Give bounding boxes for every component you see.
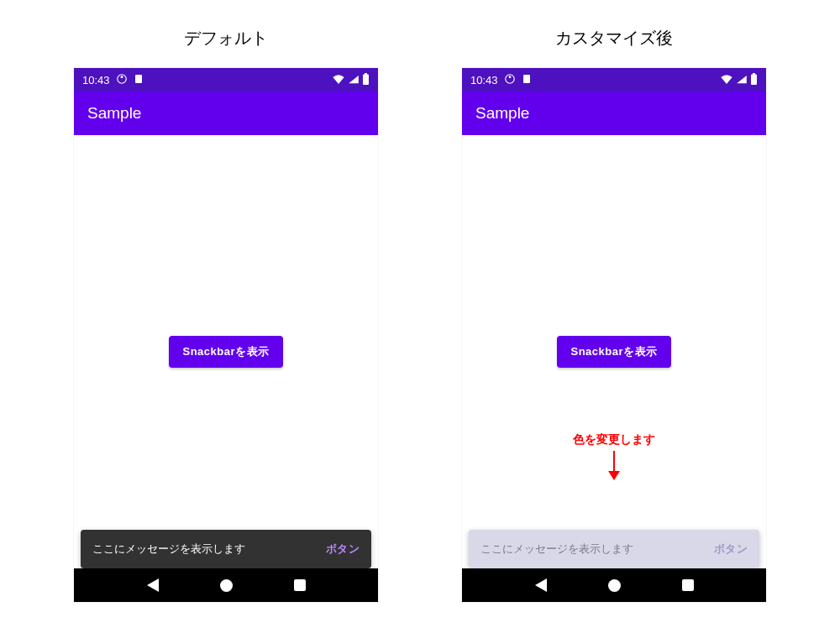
snackbar-container: ここにメッセージを表示します ボタン [469,530,759,568]
status-right [720,73,758,87]
nav-recent-icon[interactable] [294,579,306,591]
show-snackbar-button[interactable]: Snackbarを表示 [557,336,670,368]
snackbar-action-button[interactable]: ボタン [714,542,748,557]
wifi-icon [720,74,733,86]
card-icon [522,73,532,87]
nav-home-icon[interactable] [608,579,621,592]
svg-rect-8 [751,74,757,85]
battery-icon [362,73,370,87]
arrow-down-icon [613,451,615,479]
nav-back-icon[interactable] [147,578,159,592]
signal-icon [348,74,360,86]
status-left: 10:43 [470,73,532,87]
annotation-text: 色を変更します [573,432,655,447]
snackbar-message: ここにメッセージを表示します [92,542,245,557]
battery-icon [750,73,758,87]
app-title: Sample [87,104,141,123]
content-area: Snackbarを表示 色を変更します [462,135,766,568]
snackbar-action-button[interactable]: ボタン [326,542,360,557]
svg-rect-3 [363,74,369,85]
default-panel: デフォルト 10:43 [74,27,378,628]
wifi-icon [332,74,345,86]
panel-title-default: デフォルト [184,27,268,50]
svg-rect-4 [365,73,367,75]
svg-point-6 [508,76,511,78]
snackbar-default: ここにメッセージを表示します ボタン [81,530,371,568]
svg-rect-7 [523,75,530,83]
card-icon [134,73,144,87]
status-left: 10:43 [82,73,144,87]
status-bar: 10:43 [74,68,378,92]
debug-icon [116,73,128,87]
custom-panel: カスタマイズ後 10:43 [462,27,766,628]
svg-rect-2 [135,75,142,83]
status-time: 10:43 [470,74,498,86]
nav-bar [74,568,378,602]
content-area: Snackbarを表示 [74,135,378,568]
status-time: 10:43 [82,74,110,86]
app-bar: Sample [462,92,766,135]
svg-rect-9 [753,73,755,75]
nav-home-icon[interactable] [220,579,233,592]
snackbar-message: ここにメッセージを表示します [480,542,633,557]
app-bar: Sample [74,92,378,135]
signal-icon [736,74,748,86]
status-bar: 10:43 [462,68,766,92]
status-right [332,73,370,87]
nav-bar [462,568,766,602]
app-title: Sample [475,104,529,123]
show-snackbar-button[interactable]: Snackbarを表示 [169,336,282,368]
snackbar-custom: ここにメッセージを表示します ボタン [469,530,759,568]
svg-point-1 [120,76,123,78]
debug-icon [504,73,516,87]
phone-default: 10:43 Sample [74,68,378,602]
panel-title-custom: カスタマイズ後 [555,27,673,50]
phone-custom: 10:43 Sample [462,68,766,602]
nav-back-icon[interactable] [535,578,547,592]
annotation: 色を変更します [462,432,766,479]
nav-recent-icon[interactable] [682,579,694,591]
snackbar-container: ここにメッセージを表示します ボタン [81,530,371,568]
